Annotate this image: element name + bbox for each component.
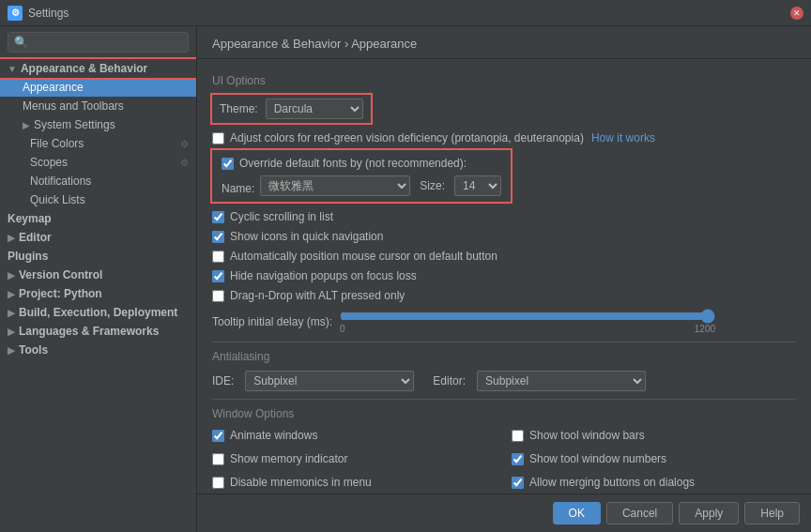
sidebar-item-languages-frameworks[interactable]: ▶ Languages & Frameworks <box>0 322 196 341</box>
app-icon: ⚙ <box>8 6 23 21</box>
adjust-colors-row: Adjust colors for red-green vision defic… <box>212 130 796 145</box>
allow-merging-label[interactable]: Allow merging buttons on dialogs <box>529 476 695 489</box>
animate-windows-row: Animate windows <box>212 428 497 443</box>
content-body: UI Options Theme: Darcula IntelliJ High … <box>197 59 811 494</box>
window-options-grid: Animate windows Show tool window bars Sh… <box>212 428 796 494</box>
drag-drop-row: Drag-n-Drop with ALT pressed only <box>212 288 796 303</box>
search-input[interactable] <box>8 32 189 53</box>
ui-options-label: UI Options <box>212 74 796 87</box>
disable-mnemonics-checkbox[interactable] <box>212 477 224 489</box>
sidebar-item-quick-lists[interactable]: Quick Lists <box>0 190 196 209</box>
font-row: Name: 微软雅黑 Size: 14 12 16 18 <box>222 175 501 196</box>
sidebar-item-scopes[interactable]: Scopes ⚙ <box>0 153 196 172</box>
auto-position-label[interactable]: Automatically position mouse cursor on d… <box>230 250 497 263</box>
tooltip-slider[interactable] <box>340 309 715 324</box>
show-tool-window-bars-row: Show tool window bars <box>512 428 796 443</box>
show-tool-window-bars-label[interactable]: Show tool window bars <box>529 429 645 442</box>
show-icons-label[interactable]: Show icons in quick navigation <box>230 230 383 243</box>
override-fonts-row: Override default fonts by (not recommend… <box>222 156 501 171</box>
window-title: Settings <box>28 7 790 20</box>
drag-drop-label[interactable]: Drag-n-Drop with ALT pressed only <box>230 289 405 302</box>
show-tool-window-numbers-label[interactable]: Show tool window numbers <box>529 452 666 465</box>
antialiasing-label: Antialiasing <box>212 350 796 363</box>
animate-windows-checkbox[interactable] <box>212 430 224 442</box>
adjust-colors-checkbox[interactable] <box>212 132 224 144</box>
show-icons-checkbox[interactable] <box>212 231 224 243</box>
tooltip-slider-container: 0 1200 <box>340 309 715 334</box>
auto-position-row: Automatically position mouse cursor on d… <box>212 249 796 264</box>
ide-label: IDE: <box>212 374 234 388</box>
expand-arrow-lf: ▶ <box>8 327 15 337</box>
search-bar <box>0 26 196 59</box>
cancel-button[interactable]: Cancel <box>606 502 673 524</box>
expand-arrow-vc: ▶ <box>8 270 15 281</box>
drag-drop-checkbox[interactable] <box>212 290 224 302</box>
expand-arrow-editor: ▶ <box>8 233 15 243</box>
show-memory-label[interactable]: Show memory indicator <box>230 452 347 465</box>
help-button[interactable]: Help <box>744 502 800 524</box>
allow-merging-row: Allow merging buttons on dialogs <box>512 475 796 490</box>
override-fonts-checkbox[interactable] <box>222 158 234 170</box>
sidebar-item-editor[interactable]: ▶ Editor <box>0 228 196 247</box>
sidebar-item-appearance-behavior[interactable]: ▼ Appearance & Behavior <box>0 59 196 78</box>
show-tool-window-numbers-checkbox[interactable] <box>512 453 524 465</box>
content-header: Appearance & Behavior › Appearance <box>197 26 811 59</box>
ok-button[interactable]: OK <box>553 502 601 524</box>
font-size-select[interactable]: 14 12 16 18 <box>454 175 501 196</box>
font-name-label: Name: <box>222 182 254 195</box>
hide-navigation-checkbox[interactable] <box>212 270 224 282</box>
ide-antialiasing-select[interactable]: Subpixel Greyscale None <box>245 371 414 391</box>
theme-select[interactable]: Darcula IntelliJ High Contrast <box>266 99 363 119</box>
sidebar-item-keymap[interactable]: Keymap <box>0 209 196 228</box>
editor-label: Editor: <box>433 374 466 388</box>
theme-label: Theme: <box>220 102 258 115</box>
cyclic-scrolling-checkbox[interactable] <box>212 211 224 223</box>
hide-navigation-label[interactable]: Hide navigation popups on focus loss <box>230 269 417 282</box>
show-memory-row: Show memory indicator <box>212 451 497 466</box>
animate-windows-label[interactable]: Animate windows <box>230 429 317 442</box>
disable-mnemonics-label[interactable]: Disable mnemonics in menu <box>230 476 372 489</box>
how-it-works-link[interactable]: How it works <box>591 131 655 144</box>
font-name-select[interactable]: 微软雅黑 <box>260 175 410 196</box>
show-tool-window-bars-checkbox[interactable] <box>512 430 524 442</box>
expand-arrow: ▼ <box>8 64 17 74</box>
expand-arrow-ss: ▶ <box>23 120 30 130</box>
show-tool-window-numbers-row: Show tool window numbers <box>512 451 796 466</box>
sidebar: ▼ Appearance & Behavior Appearance Menus… <box>0 26 197 532</box>
cyclic-scrolling-label[interactable]: Cyclic scrolling in list <box>230 210 333 223</box>
allow-merging-checkbox[interactable] <box>512 477 524 489</box>
sidebar-item-version-control[interactable]: ▶ Version Control <box>0 266 196 284</box>
expand-arrow-tools: ▶ <box>8 345 15 356</box>
adjust-colors-label[interactable]: Adjust colors for red-green vision defic… <box>230 131 584 144</box>
settings-icon: ⚙ <box>180 139 189 149</box>
divider-1 <box>212 342 796 342</box>
show-memory-checkbox[interactable] <box>212 453 224 465</box>
breadcrumb: Appearance & Behavior › Appearance <box>212 37 417 51</box>
window-options-label: Window Options <box>212 407 796 420</box>
bottom-bar: OK Cancel Apply Help <box>197 494 811 532</box>
override-fonts-label[interactable]: Override default fonts by (not recommend… <box>239 157 467 170</box>
sidebar-item-plugins[interactable]: Plugins <box>0 247 196 266</box>
sidebar-item-tools[interactable]: ▶ Tools <box>0 341 196 359</box>
sidebar-item-build-execution[interactable]: ▶ Build, Execution, Deployment <box>0 303 196 322</box>
expand-arrow-be: ▶ <box>8 308 15 318</box>
sidebar-item-system-settings[interactable]: ▶ System Settings <box>0 115 196 134</box>
auto-position-checkbox[interactable] <box>212 251 224 263</box>
close-button[interactable]: ✕ <box>790 7 803 20</box>
main-container: ▼ Appearance & Behavior Appearance Menus… <box>0 26 811 532</box>
sidebar-item-appearance[interactable]: Appearance <box>0 78 196 97</box>
sidebar-item-project-python[interactable]: ▶ Project: Python <box>0 284 196 303</box>
hide-navigation-row: Hide navigation popups on focus loss <box>212 268 796 283</box>
editor-antialiasing-select[interactable]: Subpixel Greyscale None <box>477 371 646 391</box>
antialiasing-row: IDE: Subpixel Greyscale None Editor: Sub… <box>212 371 796 391</box>
title-bar: ⚙ Settings ✕ <box>0 0 811 26</box>
apply-button[interactable]: Apply <box>679 502 739 524</box>
sidebar-item-menus-toolbars[interactable]: Menus and Toolbars <box>0 97 196 115</box>
font-size-label: Size: <box>420 179 445 192</box>
sidebar-item-file-colors[interactable]: File Colors ⚙ <box>0 134 196 153</box>
show-icons-row: Show icons in quick navigation <box>212 229 796 244</box>
expand-arrow-pp: ▶ <box>8 289 15 299</box>
tooltip-slider-row: Tooltip initial delay (ms): 0 1200 <box>212 309 796 334</box>
sidebar-item-notifications[interactable]: Notifications <box>0 172 196 190</box>
slider-ticks: 0 1200 <box>340 324 715 334</box>
